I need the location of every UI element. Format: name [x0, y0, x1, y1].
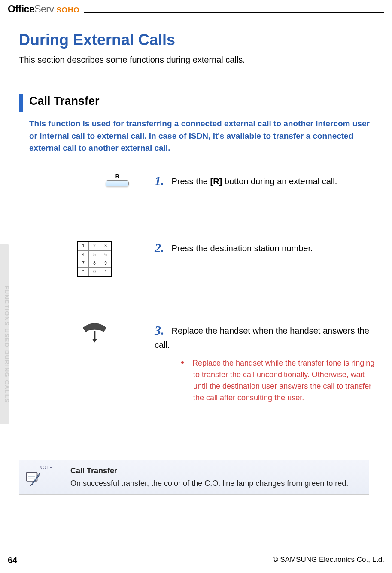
step-2-number: 2. — [155, 241, 170, 255]
step-3-content: Replace the handset when the handset ans… — [155, 326, 369, 350]
copyright: © SAMSUNG Electronics Co., Ltd. — [273, 555, 384, 565]
logo-serv: Serv — [34, 3, 54, 15]
note-divider — [56, 465, 56, 506]
step-3-number: 3. — [155, 323, 170, 338]
keypad-key: 8 — [89, 259, 100, 268]
logo-soho: SOHO — [56, 6, 79, 14]
keypad-key: 0 — [89, 268, 100, 276]
handset-icon — [79, 321, 111, 344]
r-button-label: R — [106, 174, 129, 180]
keypad-key: 7 — [78, 259, 89, 268]
step-3-bullet-text: Replace the handset while the transfer t… — [192, 359, 374, 402]
keypad-key: 1 — [78, 242, 89, 250]
step-1-prefix: Press the — [171, 177, 210, 186]
keypad-key: 5 — [89, 250, 100, 259]
side-tab-text: FUNCTIONS USED DURING CALLS — [0, 285, 10, 423]
keypad-key: * — [78, 268, 89, 276]
note-label: NOTE — [39, 465, 53, 470]
keypad-key: 4 — [78, 250, 89, 259]
step-3-bullet: Replace the handset while the transfer t… — [172, 357, 379, 404]
note-body: On successful transfer, the color of the… — [58, 479, 362, 488]
step-2-icon-area: 1 2 3 4 5 6 7 8 9 * 0 # — [64, 241, 125, 277]
page-number: 64 — [8, 555, 17, 565]
r-button-icon: R — [106, 174, 129, 186]
step-1-number: 1. — [155, 174, 170, 188]
note-icon-group: NOTE — [24, 466, 55, 489]
step-1-suffix: button during an external call. — [222, 177, 337, 186]
keypad-key: 9 — [100, 259, 111, 268]
step-1-text: 1. Press the [R] button during an extern… — [155, 174, 379, 188]
logo-office: Office — [8, 3, 34, 15]
step-1-bold: [R] — [210, 177, 222, 186]
step-2-content: Press the destination station number. — [171, 244, 313, 253]
header-divider — [84, 12, 384, 13]
section-title: Call Transfer — [29, 94, 100, 108]
bullet-dot-icon — [181, 361, 184, 364]
section-description: This function is used for transferring a… — [29, 118, 375, 155]
logo: OfficeServSOHO — [8, 3, 80, 15]
step-2-text: 2. Press the destination station number. — [155, 241, 379, 255]
r-button-shape — [106, 180, 129, 186]
footer: 64 © SAMSUNG Electronics Co., Ltd. — [8, 555, 384, 565]
section-indicator-bar — [19, 94, 23, 112]
note-pen-icon — [24, 470, 43, 488]
step-3-icon-area — [64, 321, 125, 344]
keypad-key: 3 — [100, 242, 111, 250]
keypad-key: 6 — [100, 250, 111, 259]
intro-text: This section describes some functions du… — [19, 55, 245, 65]
note-box: NOTE Call Transfer On successful transfe… — [19, 460, 369, 495]
keypad-icon: 1 2 3 4 5 6 7 8 9 * 0 # — [77, 241, 112, 277]
keypad-key: # — [100, 268, 111, 276]
keypad-key: 2 — [89, 242, 100, 250]
step-1-icon-area: R — [64, 174, 125, 186]
page-title: During External Calls — [19, 31, 175, 49]
document-header: OfficeServSOHO — [8, 2, 384, 15]
note-title: Call Transfer — [58, 466, 362, 475]
step-3-text: 3. Replace the handset when the handset … — [155, 323, 379, 352]
